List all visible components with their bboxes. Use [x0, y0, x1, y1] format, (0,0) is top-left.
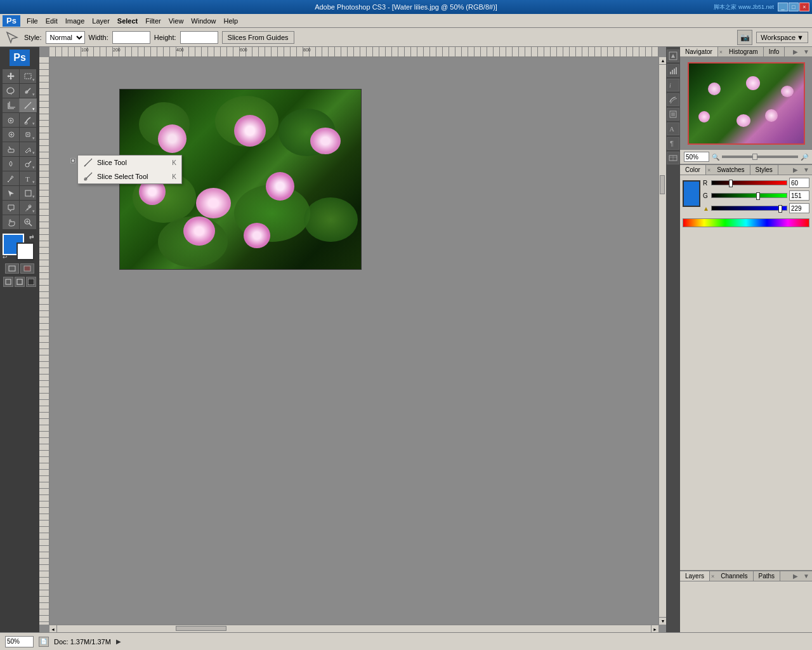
- panel-icon-4[interactable]: [667, 93, 679, 106]
- slice-select-tool-menu-item[interactable]: Slice Select Tool K: [78, 169, 181, 183]
- nav-tab-close[interactable]: ×: [718, 49, 724, 55]
- panel-collapse-icon[interactable]: ▼: [801, 47, 812, 56]
- r-value-input[interactable]: 60: [789, 178, 809, 188]
- standard-screen-button[interactable]: [3, 277, 13, 287]
- layers-panel-menu[interactable]: ▶: [790, 571, 801, 581]
- panel-icon-2[interactable]: [667, 64, 679, 77]
- history-tool-button[interactable]: ▾: [20, 128, 36, 142]
- tab-histogram[interactable]: Histogram: [724, 47, 764, 56]
- scroll-track-v[interactable]: [659, 65, 666, 617]
- menu-select[interactable]: Select: [114, 16, 141, 26]
- color-panel-collapse[interactable]: ▼: [801, 165, 812, 175]
- path-selection-button[interactable]: [3, 186, 19, 200]
- zoom-in-icon[interactable]: 🔎: [801, 154, 808, 161]
- menu-layer[interactable]: Layer: [88, 16, 114, 26]
- marquee-tool-button[interactable]: ▾: [20, 69, 36, 83]
- slice-tool-menu-item[interactable]: Slice Tool K: [78, 156, 181, 169]
- vertical-scrollbar[interactable]: ▲ ▼: [658, 57, 666, 625]
- scroll-right-button[interactable]: ►: [651, 625, 658, 632]
- r-track[interactable]: [711, 180, 787, 185]
- workspace-button[interactable]: Workspace ▼: [756, 32, 808, 43]
- shape-tool-button[interactable]: ▾: [20, 186, 36, 200]
- status-arrow[interactable]: ▶: [116, 638, 121, 645]
- eraser-tool-button[interactable]: [3, 142, 19, 156]
- zoom-input[interactable]: [684, 152, 709, 162]
- scroll-down-button[interactable]: ▼: [659, 617, 666, 625]
- status-zoom-input[interactable]: [5, 636, 34, 647]
- panel-icon-7[interactable]: ¶: [667, 137, 679, 150]
- menu-file[interactable]: File: [23, 16, 42, 26]
- layers-panel-collapse[interactable]: ▼: [801, 571, 812, 581]
- default-colors-icon[interactable]: ↩: [3, 254, 8, 260]
- maximize-button[interactable]: □: [789, 3, 799, 11]
- zoom-track[interactable]: [722, 156, 798, 158]
- canvas-area[interactable]: 100 200 400 600 800: [39, 47, 666, 632]
- notes-tool-button[interactable]: [3, 201, 19, 215]
- tab-channels[interactable]: Channels: [716, 571, 753, 581]
- color-tab-close[interactable]: ×: [706, 167, 712, 173]
- tab-swatches[interactable]: Swatches: [712, 165, 750, 175]
- canvas-scroll-area[interactable]: [49, 57, 658, 625]
- slices-from-guides-button[interactable]: Slices From Guides: [222, 31, 294, 44]
- dodge-tool-button[interactable]: ▾: [20, 157, 36, 171]
- panel-menu-icon[interactable]: ▶: [790, 47, 801, 56]
- scroll-up-button[interactable]: ▲: [659, 57, 666, 65]
- layers-tab-close[interactable]: ×: [710, 573, 716, 580]
- tab-paths[interactable]: Paths: [754, 571, 781, 581]
- full-screen-button[interactable]: [26, 277, 36, 287]
- lasso-tool-button[interactable]: [3, 84, 19, 98]
- status-nav-icon[interactable]: 📄: [39, 637, 49, 647]
- clone-tool-button[interactable]: [3, 128, 19, 142]
- g-thumb[interactable]: [756, 192, 760, 200]
- height-input[interactable]: [180, 31, 218, 44]
- panel-icon-5[interactable]: [667, 108, 679, 121]
- background-color[interactable]: [16, 242, 34, 260]
- style-select[interactable]: Normal: [46, 31, 85, 44]
- close-button[interactable]: ×: [799, 3, 809, 11]
- menu-image[interactable]: Image: [62, 16, 89, 26]
- minimize-button[interactable]: _: [778, 3, 788, 11]
- width-input[interactable]: [112, 31, 150, 44]
- brush-tool-button[interactable]: ▾: [20, 113, 36, 127]
- zoom-thumb[interactable]: [752, 154, 757, 160]
- panel-icon-8[interactable]: [667, 152, 679, 164]
- blur-tool-button[interactable]: [3, 157, 19, 171]
- tab-color[interactable]: Color: [680, 165, 706, 175]
- menu-help[interactable]: Help: [219, 16, 242, 26]
- color-panel-menu[interactable]: ▶: [790, 165, 801, 175]
- scroll-thumb-h[interactable]: [176, 626, 226, 631]
- b-thumb[interactable]: [778, 205, 782, 213]
- eyedropper-tool-button[interactable]: ▾: [20, 201, 36, 215]
- quick-mask-button[interactable]: [20, 263, 34, 274]
- tab-layers[interactable]: Layers: [680, 571, 710, 581]
- g-value-input[interactable]: 151: [789, 190, 809, 201]
- slice-tool-button[interactable]: ▾: [20, 98, 36, 112]
- color-spectrum[interactable]: [683, 218, 809, 227]
- panel-icon-3[interactable]: i: [667, 79, 679, 91]
- scroll-left-button[interactable]: ◄: [49, 625, 57, 632]
- b-value-input[interactable]: 229: [789, 203, 809, 213]
- menu-window[interactable]: Window: [187, 16, 219, 26]
- b-track[interactable]: [711, 206, 787, 211]
- zoom-tool-button[interactable]: [20, 215, 36, 229]
- crop-tool-button[interactable]: [3, 98, 19, 112]
- magic-wand-button[interactable]: ▾: [20, 84, 36, 98]
- g-track[interactable]: [711, 193, 787, 198]
- scroll-thumb-v[interactable]: [660, 175, 665, 194]
- menu-edit[interactable]: Edit: [42, 16, 62, 26]
- zoom-out-icon[interactable]: 🔍: [712, 154, 719, 161]
- horizontal-scrollbar[interactable]: ◄ ►: [49, 625, 658, 632]
- menu-view[interactable]: View: [165, 16, 188, 26]
- standard-mode-button[interactable]: [5, 263, 19, 274]
- move-tool-button[interactable]: [3, 69, 19, 83]
- tab-styles[interactable]: Styles: [750, 165, 778, 175]
- camera-icon[interactable]: 📷: [737, 30, 752, 45]
- tab-navigator[interactable]: Navigator: [680, 47, 718, 56]
- r-thumb[interactable]: [729, 180, 733, 187]
- swap-colors-icon[interactable]: ⇄: [29, 234, 34, 240]
- scroll-track-h[interactable]: [57, 625, 651, 632]
- pen-tool-button[interactable]: [3, 171, 19, 185]
- panel-icon-1[interactable]: [667, 50, 679, 62]
- full-screen-menu-button[interactable]: [15, 277, 25, 287]
- hand-tool-button[interactable]: [3, 215, 19, 229]
